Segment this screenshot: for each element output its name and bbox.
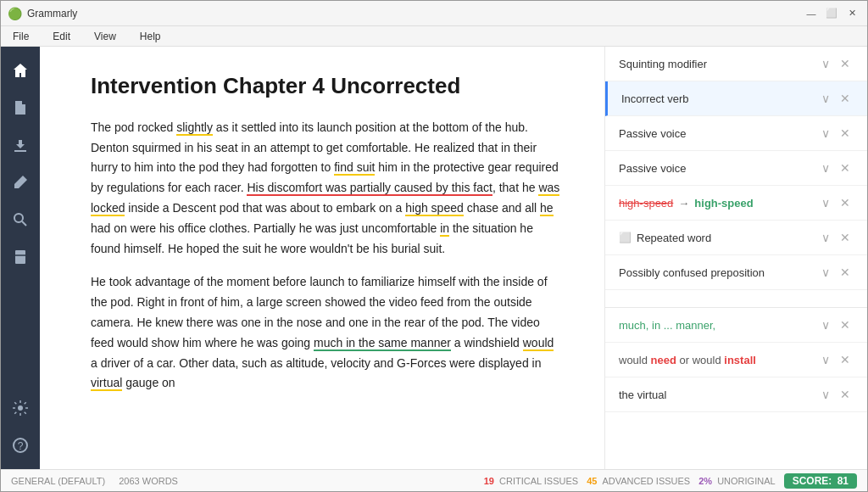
suggestion-incorrect-verb-expand[interactable]: ∨ [818, 90, 833, 107]
suggestion-squinting-dismiss[interactable]: ✕ [837, 55, 854, 72]
suggestion-high-speed[interactable]: high-speed → high-speed ∨ ✕ [605, 186, 867, 221]
suggestion-virtual-label: the virtual [619, 389, 818, 401]
svg-text:?: ? [18, 440, 24, 452]
title-bar-controls: — ⬜ ✕ [803, 5, 860, 22]
sidebar-tools[interactable] [5, 393, 36, 423]
suggestion-squinting-label: Squinting modifier [619, 58, 818, 70]
svg-rect-2 [15, 250, 25, 264]
suggestion-repeated-label: Repeated word [637, 232, 818, 244]
critical-number: 19 [484, 476, 494, 486]
status-mode: GENERAL (DEFAULT) [11, 476, 105, 486]
status-words: 2063 WORDS [119, 476, 178, 486]
panel-spacer-top [605, 290, 867, 307]
suggestion-or: or [680, 354, 690, 366]
suggestion-virtual[interactable]: the virtual ∨ ✕ [605, 377, 867, 412]
document-area: Intervention Chapter 4 Uncorrected The p… [40, 47, 604, 469]
menu-help[interactable]: Help [135, 29, 166, 44]
suggestion-much-manner-label: much, in ... manner, [619, 319, 818, 332]
suggestion-much-manner[interactable]: much, in ... manner, ∨ ✕ [605, 307, 867, 343]
highlight-would: would [523, 336, 554, 351]
sidebar-search[interactable] [5, 204, 36, 235]
suggestion-preposition[interactable]: Possibly confused preposition ∨ ✕ [605, 255, 867, 290]
suggestion-repeated-expand[interactable]: ∨ [818, 229, 833, 246]
suggestion-squinting[interactable]: Squinting modifier ∨ ✕ [605, 47, 867, 81]
suggestion-passive-2-controls: ∨ ✕ [818, 159, 854, 176]
status-left: GENERAL (DEFAULT) 2063 WORDS [11, 476, 178, 486]
score-badge: SCORE: 81 [784, 473, 857, 489]
suggestion-passive-2-expand[interactable]: ∨ [818, 159, 833, 176]
minimize-button[interactable]: — [803, 5, 820, 22]
critical-label: CRITICAL ISSUES [499, 476, 578, 486]
suggestion-virtual-expand[interactable]: ∨ [818, 386, 833, 403]
title-bar: 🟢 Grammarly — ⬜ ✕ [1, 1, 867, 26]
suggestion-much-manner-controls: ∨ ✕ [818, 316, 854, 333]
suggestion-replace-old: high-speed [619, 197, 673, 210]
sidebar: ? [1, 47, 40, 469]
suggestion-arrow: → [678, 197, 689, 210]
score-label: SCORE: [793, 475, 832, 487]
suggestion-incorrect-verb[interactable]: Incorrect verb ∨ ✕ [605, 81, 867, 116]
sidebar-bookmark[interactable] [5, 242, 36, 272]
window-title: Grammarly [27, 8, 77, 20]
sidebar-download[interactable] [5, 130, 36, 160]
sidebar-pen[interactable] [5, 167, 36, 198]
advanced-number: 45 [587, 476, 597, 486]
suggestion-preposition-label: Possibly confused preposition [619, 266, 818, 279]
content-area: Intervention Chapter 4 Uncorrected The p… [40, 47, 867, 469]
suggestion-would-need-dismiss[interactable]: ✕ [837, 351, 854, 368]
highlight-slightly: slightly [176, 120, 213, 136]
highlight-much-in-the-same: much in the same manner [314, 336, 451, 351]
highlight-discomfort: His discomfort was partially caused by t… [247, 181, 492, 196]
suggestion-passive-1-dismiss[interactable]: ✕ [837, 125, 854, 142]
unoriginal-label: UNORIGINAL [717, 476, 775, 486]
main-layout: ? Intervention Chapter 4 Uncorrected The… [1, 47, 867, 469]
suggestion-passive-2-dismiss[interactable]: ✕ [837, 159, 854, 176]
unoriginal-pct: 2% [698, 476, 712, 486]
paragraph-1: The pod rocked slightly as it settled in… [91, 118, 562, 260]
menu-file[interactable]: File [8, 29, 34, 44]
title-bar-left: 🟢 Grammarly [8, 7, 77, 20]
maximize-button[interactable]: ⬜ [823, 5, 840, 22]
suggestion-high-speed-controls: ∨ ✕ [818, 194, 854, 211]
suggestion-high-speed-dismiss[interactable]: ✕ [837, 194, 854, 211]
suggestion-repeated-dismiss[interactable]: ✕ [837, 229, 854, 246]
suggestion-preposition-dismiss[interactable]: ✕ [837, 264, 854, 281]
highlight-he: he [540, 201, 554, 216]
sidebar-home[interactable] [5, 55, 36, 86]
highlight-high-speed: high speed [405, 201, 464, 216]
suggestion-passive-1-expand[interactable]: ∨ [818, 125, 833, 142]
suggestion-would-need-text: would need or would install [619, 354, 756, 366]
suggestion-much-manner-expand[interactable]: ∨ [818, 316, 833, 333]
suggestion-preposition-expand[interactable]: ∨ [818, 264, 833, 281]
suggestion-would-need[interactable]: would need or would install ∨ ✕ [605, 343, 867, 377]
suggestion-passive-1[interactable]: Passive voice ∨ ✕ [605, 116, 867, 151]
menu-bar: File Edit View Help [1, 26, 867, 47]
highlight-virtual: virtual [91, 376, 122, 391]
sidebar-document[interactable] [5, 92, 36, 123]
suggestion-would-need-controls: ∨ ✕ [818, 351, 854, 368]
suggestion-incorrect-verb-label: Incorrect verb [621, 92, 818, 105]
highlight-find-suit: find suit [334, 160, 375, 176]
close-button[interactable]: ✕ [843, 5, 860, 22]
suggestion-passive-1-controls: ∨ ✕ [818, 125, 854, 142]
suggestion-virtual-dismiss[interactable]: ✕ [837, 386, 854, 403]
sidebar-help[interactable]: ? [5, 430, 36, 461]
suggestion-would-need-expand[interactable]: ∨ [818, 351, 833, 368]
suggestion-repeated[interactable]: ⬜ Repeated word ∨ ✕ [605, 221, 867, 255]
unoriginal-count: 2% UNORIGINAL [698, 476, 775, 486]
paragraph-2: He took advantage of the moment before l… [91, 272, 562, 394]
grammarly-icon: 🟢 [8, 7, 22, 20]
suggestion-passive-2[interactable]: Passive voice ∨ ✕ [605, 151, 867, 186]
suggestion-much-manner-dismiss[interactable]: ✕ [837, 316, 854, 333]
suggestion-passive-1-label: Passive voice [619, 127, 818, 140]
menu-view[interactable]: View [89, 29, 121, 44]
status-right: 19 CRITICAL ISSUES 45 ADVANCED ISSUES 2%… [484, 473, 857, 489]
menu-edit[interactable]: Edit [47, 29, 75, 44]
suggestion-high-speed-expand[interactable]: ∨ [818, 194, 833, 211]
repeated-icon: ⬜ [619, 232, 632, 243]
suggestion-squinting-expand[interactable]: ∨ [818, 55, 833, 72]
suggestion-incorrect-verb-dismiss[interactable]: ✕ [837, 90, 854, 107]
svg-point-4 [18, 405, 23, 411]
suggestion-install-word: install [724, 354, 756, 366]
score-value: 81 [837, 475, 849, 487]
